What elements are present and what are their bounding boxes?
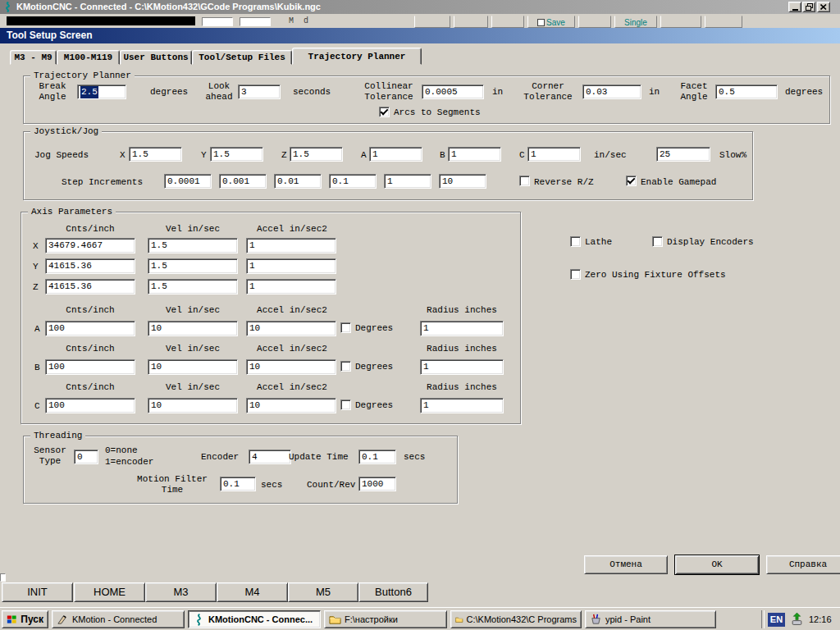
c-vel-input[interactable]: 10 (148, 398, 238, 413)
step-increment-3-input[interactable]: 0.01 (274, 174, 322, 189)
b-degrees-checkbox[interactable] (340, 361, 351, 372)
step-increments-label: Step Increments (62, 177, 143, 188)
app-icon (2, 2, 13, 12)
z-axis-label: Z (33, 282, 39, 293)
c-radius-input[interactable]: 1 (420, 398, 504, 413)
m3-button[interactable]: M3 (145, 582, 217, 602)
m4-button[interactable]: M4 (217, 582, 288, 602)
jog-speed-a-input[interactable]: 1 (369, 147, 422, 162)
c-cnts-input[interactable]: 100 (45, 398, 135, 413)
window-title: KMotionCNC - Connected - C:\KMotion432\G… (16, 0, 321, 14)
a-radius-input[interactable]: 1 (420, 321, 504, 336)
tab-user-buttons[interactable]: User Buttons (120, 50, 192, 65)
input-value: 0.001 (222, 176, 249, 186)
m5-button[interactable]: M5 (288, 582, 358, 602)
look-ahead-input[interactable]: 3 (238, 84, 281, 99)
z-vel-input[interactable]: 1.5 (148, 279, 238, 294)
lathe-checkbox[interactable] (570, 236, 581, 247)
help-button[interactable]: Справка (766, 555, 840, 574)
cancel-button-label: Отмена (609, 559, 642, 569)
accel-header: Accel in/sec2 (246, 344, 338, 354)
c-accel-input[interactable]: 10 (246, 398, 336, 413)
a-accel-input[interactable]: 10 (246, 321, 336, 336)
step-increment-6-input[interactable]: 10 (439, 174, 486, 189)
input-value: 10 (151, 400, 162, 410)
background-button[interactable] (454, 16, 488, 28)
step-increment-1-input[interactable]: 0.0001 (164, 174, 212, 189)
c-degrees-checkbox[interactable] (340, 399, 351, 410)
tab-trajectory-planner[interactable]: Trajectory Planner (292, 48, 422, 65)
collinear-tolerance-input[interactable]: 0.0005 (422, 84, 484, 99)
encoder-input[interactable]: 4 (249, 450, 291, 464)
taskbar-item-kmotioncnc[interactable]: KMotionCNC - Connec... (188, 610, 321, 628)
jog-speed-y-input[interactable]: 1.5 (210, 147, 263, 162)
safely-remove-icon[interactable] (790, 612, 804, 626)
step-increment-4-input[interactable]: 0.1 (329, 174, 377, 189)
button6-button[interactable]: Button6 (358, 582, 428, 602)
minimize-button[interactable] (788, 2, 801, 12)
background-button[interactable] (414, 16, 450, 28)
step-increment-2-input[interactable]: 0.001 (219, 174, 267, 189)
y-vel-input[interactable]: 1.5 (148, 258, 238, 274)
init-button[interactable]: INIT (2, 582, 73, 602)
taskbar-item-kmotion[interactable]: KMotion - Connected (52, 610, 185, 628)
jog-speed-x-input[interactable]: 1.5 (129, 147, 182, 162)
sensor-type-input[interactable]: 0 (74, 450, 98, 464)
y-accel-input[interactable]: 1 (246, 258, 336, 274)
taskbar-item-nastroyki-folder[interactable]: F:\настройки (324, 610, 447, 628)
taskbar-item-paint[interactable]: ypid - Paint (585, 610, 716, 628)
tab-tool-setup-files[interactable]: Tool/Setup Files (192, 50, 292, 65)
ok-button-label: OK (711, 559, 722, 569)
background-button[interactable] (660, 16, 701, 28)
ok-button[interactable]: OK (674, 555, 760, 575)
count-rev-input[interactable]: 1000 (358, 477, 396, 491)
single-background-button[interactable]: Single (614, 16, 657, 28)
reverse-rz-checkbox[interactable] (519, 176, 530, 186)
vel-header: Vel in/sec (148, 382, 238, 393)
background-button[interactable] (491, 16, 524, 28)
update-time-input[interactable]: 0.1 (358, 450, 396, 464)
b-axis-label: B (34, 363, 40, 373)
zero-fixture-offsets-checkbox[interactable] (570, 269, 581, 280)
save-background-button[interactable]: Save (527, 16, 575, 28)
home-button[interactable]: HOME (74, 582, 145, 602)
language-indicator[interactable]: EN (768, 613, 785, 627)
motion-filter-time-input[interactable]: 0.1 (220, 477, 256, 491)
jog-speed-b-input[interactable]: 1 (448, 147, 501, 162)
start-button[interactable]: Пуск (2, 610, 48, 628)
taskbar-item-kmotion432-folder[interactable]: C:\KMotion432\C Programs (450, 610, 582, 628)
a-vel-input[interactable]: 10 (148, 321, 238, 336)
jog-speed-z-input[interactable]: 1.5 (290, 147, 343, 162)
b-vel-input[interactable]: 10 (148, 359, 238, 375)
tab-m100-m119[interactable]: M100-M119 (57, 50, 120, 65)
corner-tolerance-input[interactable]: 0.03 (582, 84, 641, 99)
facet-angle-input[interactable]: 0.5 (715, 84, 778, 99)
step-increment-5-input[interactable]: 1 (384, 174, 431, 189)
jog-speed-c-input[interactable]: 1 (527, 147, 581, 162)
b-accel-input[interactable]: 10 (246, 359, 336, 375)
arcs-to-segments-checkbox[interactable] (379, 107, 390, 117)
dialog-titlebar[interactable]: Tool Setup Screen (0, 28, 840, 43)
x-vel-input[interactable]: 1.5 (148, 238, 238, 253)
close-button[interactable] (817, 2, 830, 12)
y-cnts-input[interactable]: 41615.36 (45, 258, 135, 274)
x-accel-input[interactable]: 1 (246, 238, 336, 253)
z-accel-input[interactable]: 1 (246, 279, 336, 294)
enable-gamepad-checkbox[interactable] (626, 176, 637, 186)
b-radius-input[interactable]: 1 (420, 359, 504, 375)
x-cnts-input[interactable]: 34679.4667 (45, 238, 135, 253)
break-angle-label: Break Angle (30, 81, 75, 103)
background-button[interactable] (705, 16, 742, 28)
z-cnts-input[interactable]: 41615.36 (45, 279, 135, 294)
tab-m3-m9[interactable]: M3 - M9 (10, 50, 57, 65)
display-encoders-checkbox[interactable] (652, 236, 663, 247)
restore-icon (806, 3, 813, 11)
b-cnts-input[interactable]: 100 (45, 359, 135, 375)
break-angle-input[interactable]: 2.5 (77, 84, 126, 99)
a-cnts-input[interactable]: 100 (45, 321, 135, 336)
background-button[interactable] (578, 16, 611, 28)
a-degrees-checkbox[interactable] (340, 322, 351, 333)
slow-percent-input[interactable]: 25 (656, 147, 710, 162)
restore-button[interactable] (802, 2, 815, 12)
cancel-button[interactable]: Отмена (584, 555, 668, 574)
